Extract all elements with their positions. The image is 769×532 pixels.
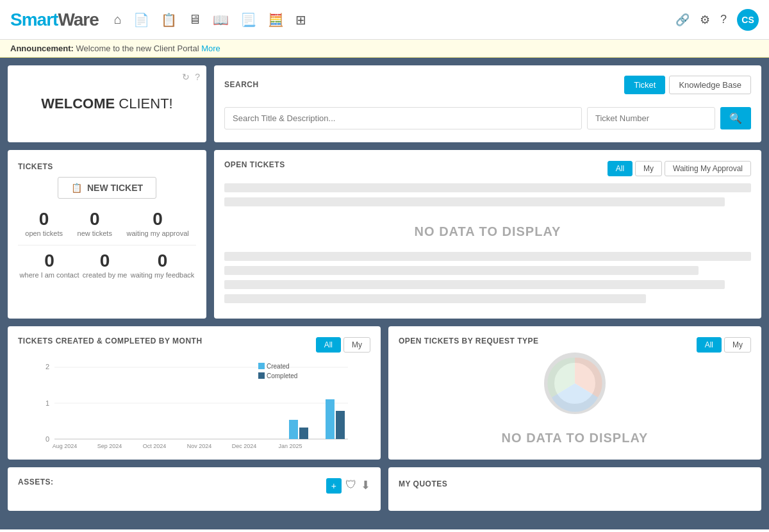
nav-calc-icon[interactable]: 🧮	[268, 12, 284, 28]
stat-created-num: 0	[83, 251, 128, 271]
assets-title: ASSETS:	[18, 478, 54, 486]
svg-text:Nov 2024: Nov 2024	[187, 443, 212, 449]
bar-jan-created	[326, 399, 335, 439]
pie-title: OPEN TICKETS BY REQUEST TYPE	[399, 337, 538, 345]
search-number-input[interactable]	[587, 107, 715, 129]
search-button[interactable]: 🔍	[720, 107, 751, 129]
new-ticket-button[interactable]: 📋 NEW TICKET	[58, 177, 156, 199]
skeleton-line-2	[224, 197, 725, 206]
skeleton-lines	[224, 183, 751, 206]
svg-text:Aug 2024: Aug 2024	[53, 443, 78, 449]
stat-feedback-num: 0	[131, 251, 195, 271]
tickets-card: TICKETS 📋 NEW TICKET 0 open tickets 0 ne…	[8, 150, 206, 319]
filter-all-button[interactable]: All	[608, 161, 633, 176]
row-tickets: TICKETS 📋 NEW TICKET 0 open tickets 0 ne…	[8, 150, 761, 319]
stat-waiting-approval: 0 waiting my approval	[126, 209, 188, 237]
svg-text:0: 0	[45, 435, 49, 443]
welcome-greeting: WELCOME	[41, 96, 115, 112]
row-welcome-search: ↻ ? WELCOME CLIENT! SEARCH Ticket Knowle…	[8, 65, 761, 142]
assets-shield-icon[interactable]: 🛡	[345, 478, 357, 494]
stat-contact-num: 0	[20, 251, 79, 271]
quotes-card: MY QUOTES	[388, 467, 761, 511]
stat-created-by-me: 0 created by me	[83, 251, 128, 279]
new-ticket-label: NEW TICKET	[87, 183, 143, 193]
assets-header: ASSETS: + 🛡 ⬇	[18, 478, 370, 494]
filter-my-button[interactable]: My	[635, 161, 662, 176]
skeleton-line-5	[224, 280, 725, 289]
chart-header: TICKETS CREATED & COMPLETED BY MONTH All…	[18, 337, 370, 353]
search-title-input[interactable]	[224, 107, 582, 129]
assets-add-icon[interactable]: +	[326, 478, 342, 494]
pie-svg	[543, 351, 607, 415]
open-tickets-header: OPEN TICKETS All My Waiting My Approval	[224, 160, 751, 177]
stat-feedback: 0 waiting my feedback	[131, 251, 195, 279]
search-card: SEARCH Ticket Knowledge Base 🔍	[214, 65, 761, 142]
search-tabs: Ticket Knowledge Base	[624, 76, 751, 94]
svg-text:1: 1	[45, 399, 49, 407]
pie-filter-my[interactable]: My	[724, 337, 751, 353]
assets-download-icon[interactable]: ⬇	[361, 478, 370, 494]
help-question-icon[interactable]: ?	[195, 72, 200, 82]
bar-jan-completed	[336, 411, 345, 439]
nav-clipboard-icon[interactable]: 📋	[161, 12, 177, 28]
welcome-card: ↻ ? WELCOME CLIENT!	[8, 65, 206, 142]
stat-open-label: open tickets	[25, 229, 63, 237]
stat-open-num: 0	[25, 209, 63, 229]
skeleton-line-3	[224, 252, 751, 261]
nav-home-icon[interactable]: ⌂	[114, 12, 122, 27]
bar-dec-created	[289, 420, 298, 439]
settings-icon[interactable]: ⚙	[700, 13, 710, 27]
skeleton-lines-bottom	[224, 252, 751, 303]
nav-grid-icon[interactable]: ⊞	[295, 12, 306, 28]
open-tickets-filters: All My Waiting My Approval	[608, 161, 751, 176]
pie-filters: All My	[697, 337, 751, 353]
tab-ticket[interactable]: Ticket	[624, 76, 665, 94]
stat-open-tickets: 0 open tickets	[25, 209, 63, 237]
chart-title: TICKETS CREATED & COMPLETED BY MONTH	[18, 337, 203, 345]
help-icon[interactable]: ?	[720, 13, 727, 26]
nav-file-icon[interactable]: 📄	[133, 12, 149, 28]
chart-card: TICKETS CREATED & COMPLETED BY MONTH All…	[8, 326, 381, 460]
pie-no-data: NO DATA TO DISPLAY	[502, 418, 649, 458]
ticket-stats-row2: 0 where I am contact 0 created by me 0 w…	[18, 251, 196, 279]
tickets-title: TICKETS	[18, 162, 53, 171]
chart-filter-my[interactable]: My	[343, 337, 370, 353]
open-tickets-card: OPEN TICKETS All My Waiting My Approval …	[214, 150, 761, 319]
stat-feedback-label: waiting my feedback	[131, 271, 195, 279]
refresh-icon[interactable]: ↻	[182, 72, 190, 82]
link-icon[interactable]: 🔗	[675, 13, 690, 27]
svg-text:Oct 2024: Oct 2024	[143, 443, 167, 449]
filter-waiting-button[interactable]: Waiting My Approval	[665, 161, 751, 176]
skeleton-line-4	[224, 266, 699, 275]
nav-book-icon[interactable]: 📖	[213, 12, 229, 28]
chart-filter-all[interactable]: All	[316, 337, 341, 353]
tab-knowledge-base[interactable]: Knowledge Base	[669, 76, 751, 94]
announcement-text: Welcome to the new Client Portal	[76, 44, 199, 53]
svg-text:Jan 2025: Jan 2025	[278, 443, 302, 449]
svg-text:2: 2	[45, 363, 49, 370]
stat-contact-label: where I am contact	[20, 271, 79, 279]
pie-area: NO DATA TO DISPLAY	[399, 360, 751, 449]
announcement-bar: Announcement: Welcome to the new Client …	[0, 40, 769, 58]
stat-waiting-num: 0	[126, 209, 188, 229]
stat-contact: 0 where I am contact	[20, 251, 79, 279]
chart-area: 2 1 0	[18, 360, 370, 449]
chart-filters: All My	[316, 337, 370, 353]
skeleton-line-1	[224, 183, 751, 192]
avatar[interactable]: CS	[737, 9, 759, 31]
logo-ware: Ware	[58, 10, 98, 29]
nav-doc-icon[interactable]: 📃	[240, 12, 256, 28]
announcement-link[interactable]: More	[201, 44, 220, 53]
announcement-label: Announcement:	[10, 44, 74, 53]
nav-monitor-icon[interactable]: 🖥	[188, 12, 201, 27]
svg-text:Sep 2024: Sep 2024	[97, 443, 122, 449]
no-data-text: NO DATA TO DISPLAY	[224, 212, 751, 252]
divider	[18, 245, 196, 245]
header: SmartWare ⌂ 📄 📋 🖥 📖 📃 🧮 ⊞ 🔗 ⚙ ? CS	[0, 0, 769, 40]
assets-card: ASSETS: + 🛡 ⬇	[8, 467, 381, 511]
row-assets-quotes: ASSETS: + 🛡 ⬇ MY QUOTES	[8, 467, 761, 511]
pie-filter-all[interactable]: All	[697, 337, 722, 353]
nav-bar: ⌂ 📄 📋 🖥 📖 📃 🧮 ⊞	[114, 12, 306, 28]
main-content: ↻ ? WELCOME CLIENT! SEARCH Ticket Knowle…	[0, 58, 769, 529]
stat-new-num: 0	[78, 209, 112, 229]
